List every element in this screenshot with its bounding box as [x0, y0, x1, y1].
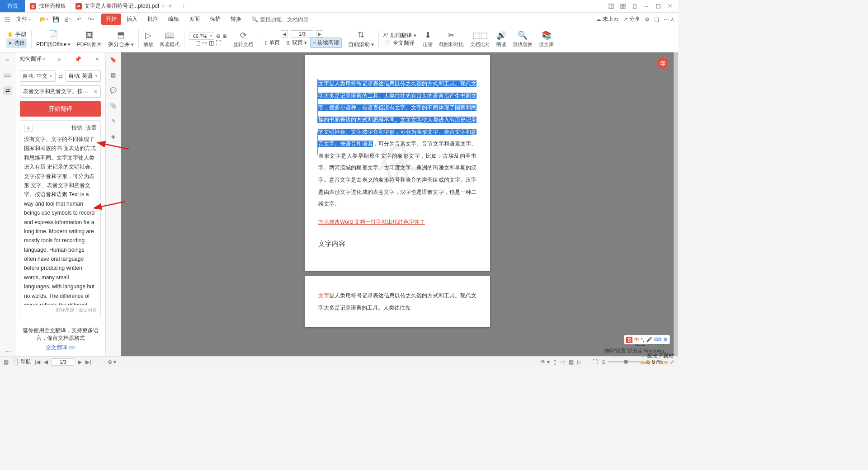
- zoom-in-icon[interactable]: ⊕: [222, 33, 227, 39]
- lang-to-select[interactable]: 自动: 英语▼: [66, 70, 101, 82]
- signature-icon[interactable]: ✎: [109, 117, 118, 126]
- copy-result-icon[interactable]: ⎘: [24, 125, 33, 132]
- lang-from-select[interactable]: 自动: 中文▼: [20, 70, 56, 82]
- pdf-to-office[interactable]: 📄PDF转Office ▾: [33, 26, 73, 52]
- comment-icon[interactable]: 💬: [109, 86, 118, 95]
- layers-icon[interactable]: ◈: [109, 132, 118, 141]
- page-text[interactable]: 文字是人类用符号记录表达信息以传之久远的方式和工具。现代文字大多是记录语言的工具…: [318, 78, 476, 210]
- bookmark-icon[interactable]: 🔖: [109, 55, 118, 64]
- single-page-view[interactable]: ▯ 单页: [263, 38, 282, 47]
- rail-translate-icon[interactable]: ⇄: [3, 86, 12, 95]
- lang-swap-icon[interactable]: ⇄: [58, 73, 63, 80]
- tab-document[interactable]: P 文字是人类用符号记...pted).pdf ⟳ ✕: [71, 0, 177, 12]
- full-translate-link[interactable]: 全文翻译 >>: [20, 344, 101, 352]
- zoom-out-icon[interactable]: ⊖: [216, 33, 221, 39]
- attachment-icon[interactable]: 📎: [109, 101, 118, 110]
- ribbon-tab-protect[interactable]: 保护: [205, 14, 225, 25]
- actual-size-icon[interactable]: ◫: [209, 40, 214, 46]
- ime-settings-icon[interactable]: ⚙: [663, 337, 668, 343]
- sb-prev-page[interactable]: ◀: [44, 359, 48, 365]
- play-button[interactable]: ▷播放: [141, 26, 156, 52]
- double-page-view[interactable]: ▯▯ 双页▾: [283, 38, 309, 47]
- next-page-button[interactable]: ▶: [316, 30, 323, 38]
- new-tab-button[interactable]: ＋: [177, 0, 190, 12]
- ribbon-tab-start[interactable]: 开始: [101, 14, 121, 25]
- read-mode[interactable]: 📖阅读模式: [157, 26, 182, 52]
- file-menu[interactable]: 文件 ▾: [14, 15, 32, 23]
- sb-play-icon[interactable]: ▷: [577, 359, 581, 365]
- compress-button[interactable]: ⬇压缩: [420, 26, 435, 52]
- panel-title[interactable]: 短句翻译: [20, 55, 45, 63]
- document-canvas[interactable]: 印 保 文字是人类用符号记录表达信息以传之久远的方式和工具。现代文字大多是记录语…: [121, 52, 674, 356]
- full-translate[interactable]: 📄 全文翻译: [385, 39, 415, 47]
- sb-add-page[interactable]: ⊕ ▾: [108, 359, 116, 365]
- clear-input-icon[interactable]: ✕: [93, 89, 98, 95]
- rail-more-icon[interactable]: ⋯: [3, 347, 12, 356]
- fit-icon[interactable]: ⛶: [216, 40, 221, 46]
- close-button[interactable]: [665, 1, 675, 12]
- sb-last-page[interactable]: ▶|: [85, 359, 91, 365]
- sb-thumb-icon[interactable]: ▤: [4, 359, 9, 365]
- hand-tool[interactable]: ✋ 手型: [7, 31, 26, 38]
- continuous-view[interactable]: ≡ 连续阅读: [310, 38, 341, 48]
- gear-icon[interactable]: ⚙: [645, 16, 650, 23]
- save-icon[interactable]: 💾: [52, 15, 60, 24]
- collapse-icon[interactable]: ⋯ ∧: [664, 16, 675, 23]
- tab-dropdown-icon[interactable]: ⟳: [162, 4, 165, 9]
- ime-mic-icon[interactable]: 🎤: [646, 337, 652, 343]
- find-replace[interactable]: 🔍查找替换: [510, 26, 535, 52]
- sb-eye-icon[interactable]: 👁 ▾: [540, 359, 550, 365]
- grid-icon[interactable]: [618, 1, 628, 12]
- sb-zoom-slider[interactable]: [608, 361, 644, 362]
- read-aloud[interactable]: 🔊朗读: [494, 26, 509, 52]
- hyperlink[interactable]: 怎么修改Word 文档一打字就出现红色字体？: [318, 219, 425, 225]
- word-translate[interactable]: Aᵀ 划词翻译▾: [383, 32, 416, 39]
- panel-close-icon[interactable]: ✕: [94, 56, 101, 62]
- source-text-input[interactable]: 表音文字和意音文字。按语音和语素 ✕: [20, 85, 101, 98]
- search-input[interactable]: [260, 16, 314, 23]
- select-tool[interactable]: ➤ 选择: [6, 38, 27, 48]
- window-icon[interactable]: ▢: [654, 16, 659, 23]
- panel-pin-icon[interactable]: 📌: [73, 56, 83, 62]
- ribbon-tab-annotate[interactable]: 批注: [143, 14, 163, 25]
- settings-link[interactable]: 设置: [86, 124, 97, 132]
- screenshot-compare[interactable]: ✂截图和对比: [436, 26, 467, 52]
- share-button[interactable]: ↗ 分享: [623, 15, 640, 23]
- print-icon[interactable]: 🖨▾: [63, 15, 71, 24]
- report-error-link[interactable]: 报错: [71, 124, 82, 132]
- sb-first-page[interactable]: |◀: [35, 359, 40, 365]
- ribbon-tab-insert[interactable]: 插入: [122, 14, 142, 25]
- fit-page-icon[interactable]: ▭: [202, 40, 207, 46]
- skin-icon[interactable]: [629, 1, 640, 12]
- page-input[interactable]: [291, 30, 313, 38]
- search-box[interactable]: 🔍: [251, 16, 314, 23]
- rotate-doc[interactable]: ⟳旋转文档: [231, 26, 256, 52]
- sb-nav-label[interactable]: 📑 导航: [12, 358, 31, 366]
- tab-close-icon[interactable]: ✕: [168, 3, 172, 9]
- panel-list-icon[interactable]: ≡: [56, 56, 62, 62]
- cloud-status[interactable]: ☁ 未上云: [596, 15, 619, 23]
- sb-zoom-out[interactable]: ⊖: [601, 359, 606, 365]
- zoom-input[interactable]: ▾: [189, 33, 214, 40]
- fit-width-icon[interactable]: ⬚: [195, 40, 200, 46]
- translate-button[interactable]: 开始翻译: [20, 101, 101, 117]
- sb-fit-icon[interactable]: ⛶: [592, 359, 598, 365]
- sb-page-input[interactable]: [52, 358, 74, 366]
- ribbon-tab-edit[interactable]: 编辑: [164, 14, 184, 25]
- prev-page-button[interactable]: ◀: [281, 30, 288, 38]
- tab-home[interactable]: 首页: [0, 0, 25, 12]
- rail-collapse-icon[interactable]: «: [3, 55, 12, 64]
- rail-book-icon[interactable]: 📖: [3, 70, 12, 80]
- floating-wps-icon[interactable]: 印: [657, 58, 668, 69]
- open-icon[interactable]: 📂▾: [40, 15, 48, 24]
- sb-view2-icon[interactable]: ▭: [560, 359, 565, 365]
- minimize-button[interactable]: [641, 1, 652, 12]
- ime-punct-icon[interactable]: °,: [641, 337, 644, 343]
- redo-icon[interactable]: ↷▾: [87, 15, 95, 24]
- undo-icon[interactable]: ↶: [75, 15, 83, 24]
- auto-scroll[interactable]: ⇅自动滚动 ▾: [345, 26, 377, 52]
- pdf-to-image[interactable]: 🖼PDF转图片: [74, 26, 104, 52]
- sb-next-page[interactable]: ▶: [78, 359, 82, 365]
- ime-toolbar[interactable]: S 中 °, 🎤 ⌨ ⚙: [624, 335, 670, 344]
- ime-lang[interactable]: 中: [634, 336, 639, 343]
